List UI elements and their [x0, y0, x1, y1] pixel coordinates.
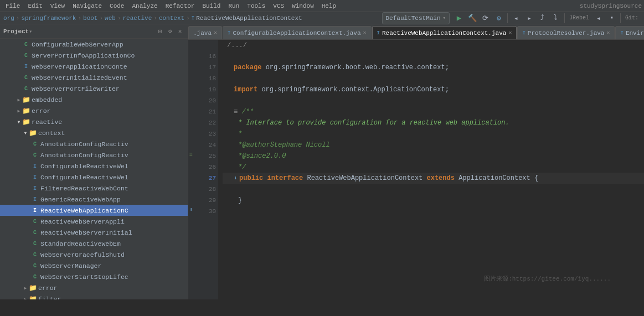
toolbar-separator2	[564, 13, 565, 23]
expand-arrow-error: ▶	[16, 107, 22, 114]
class-c-icon10: C	[31, 251, 39, 258]
tab-protocolresolver-close[interactable]: ✕	[606, 30, 610, 36]
code-line-26: */	[223, 162, 644, 173]
menu-item-refactor[interactable]: Refactor	[162, 2, 198, 10]
menu-item-navigate[interactable]: Navigate	[69, 2, 105, 10]
tree-item-annotationconfigreactive1[interactable]: C AnnotationConfigReactiv	[0, 138, 188, 149]
sidebar-close-icon[interactable]: ✕	[176, 27, 184, 36]
folder-icon-error: 📁	[22, 107, 30, 115]
folder-icon-reactive: 📁	[22, 118, 30, 126]
editor-tabs: .java ✕ I ConfigurableApplicationContext…	[188, 24, 644, 40]
forward-button[interactable]: ▸	[523, 12, 535, 24]
code-line-20	[223, 95, 644, 106]
breadcrumb-item-org[interactable]: org	[3, 15, 14, 22]
menu-item-analyze[interactable]: Analyze	[128, 2, 161, 10]
tree-item-filteredreactivewebcont[interactable]: I FilteredReactiveWebCont	[0, 183, 188, 194]
breadcrumb-item-web[interactable]: web	[105, 15, 116, 22]
menu-item-build[interactable]: Build	[199, 2, 224, 10]
tree-item-webservergracefulshutd[interactable]: C WebServerGracefulShutd	[0, 249, 188, 260]
tree-item-webserverstartstoplifec[interactable]: C WebServerStartStopLifec	[0, 271, 188, 282]
tab-reactivewebapplicationcontext[interactable]: I ReactiveWebApplicationContext.java ✕	[372, 26, 517, 39]
tab-reactivewebapplicationcontext-close[interactable]: ✕	[508, 30, 512, 36]
folder-icon-error-sub: 📁	[29, 284, 37, 292]
tab-java-close[interactable]: ✕	[214, 30, 217, 36]
tree-item-reactivewebserverinitial[interactable]: C ReactiveWebServerInitial	[0, 227, 188, 238]
interface-tab-icon4: I	[620, 30, 623, 36]
sidebar-collapse-icon[interactable]: ⊟	[156, 27, 164, 36]
tree-item-error-sub[interactable]: ▶ 📁 error	[0, 282, 188, 293]
breadcrumb-item-boot[interactable]: boot	[83, 15, 97, 22]
code-editor[interactable]: /.../ package org.springframework.boot.w…	[218, 40, 644, 299]
menu-item-window[interactable]: Window	[288, 2, 317, 10]
run-button[interactable]: ▶	[453, 12, 465, 24]
menu-item-edit[interactable]: Edit	[24, 2, 45, 10]
navigate-button[interactable]: ⤴	[537, 12, 549, 24]
tree-item-configurablereactivewel2[interactable]: I ConfigurableReactiveWel	[0, 172, 188, 183]
sidebar-title: Project	[3, 28, 29, 35]
class-c-icon4: C	[22, 85, 30, 92]
tree-item-filter[interactable]: ▶ 📁 filter	[0, 293, 188, 299]
code-line-16	[223, 51, 644, 62]
menu-item-file[interactable]: File	[2, 2, 23, 10]
run-configuration-selector[interactable]: DefaultTestMain ▾	[382, 12, 450, 24]
tab-environment-label: Environmen	[626, 30, 644, 37]
tree-item-webserverportfilewriter[interactable]: C WebServerPortFileWriter	[0, 83, 188, 94]
tree-item-genericreactivewebapp[interactable]: I GenericReactiveWebApp	[0, 194, 188, 205]
class-c-icon5: C	[31, 140, 39, 148]
jrebel-btn[interactable]: ◂	[593, 12, 605, 24]
tab-java[interactable]: .java ✕	[188, 26, 222, 39]
interface-i-icon6: I	[31, 206, 39, 214]
tree-item-standardreactiveweb[interactable]: C StandardReactiveWebEm	[0, 238, 188, 249]
build-button[interactable]: 🔨	[466, 12, 478, 24]
breadcrumb-item-context[interactable]: context	[159, 15, 184, 22]
interface-tab-icon1: I	[228, 30, 230, 36]
tab-configurableapplicationcontext[interactable]: I ConfigurableApplicationContext.java ✕	[223, 26, 371, 39]
code-view: ≡ ⬇ 16 17 18 19 20 21 22 23 24 25 26	[188, 40, 644, 299]
code-line-28	[223, 184, 644, 195]
bookmark-button[interactable]: ⤵	[550, 12, 562, 24]
expand-arrow-error-sub: ▶	[22, 284, 29, 291]
project-sidebar: Project ▾ ⊟ ⚙ ✕ C ConfigurableWebServerA…	[0, 24, 188, 299]
tree-item-error[interactable]: ▶ 📁 error	[0, 105, 188, 116]
tree-item-reactive[interactable]: ▼ 📁 reactive	[0, 116, 188, 127]
code-line-30	[223, 206, 644, 217]
tree-item-reactivewebapplicationc[interactable]: I ReactiveWebApplicationC	[0, 205, 188, 216]
tree-item-annotationconfigreactive2[interactable]: C AnnotationConfigReactiv	[0, 149, 188, 160]
class-c-icon2: C	[22, 51, 30, 59]
code-line-17: package org.springframework.boot.web.rea…	[223, 62, 644, 73]
tree-item-webserverapplicationcontext[interactable]: I WebServerApplicationConte	[0, 61, 188, 72]
watermark: 图片来源:https://gitee.com/iyq......	[484, 274, 611, 283]
tree-item-webservermanager[interactable]: C WebServerManager	[0, 260, 188, 271]
sidebar-settings-icon[interactable]: ⚙	[166, 27, 174, 36]
breadcrumb-item-springframework[interactable]: springframework	[21, 15, 76, 22]
menu-item-code[interactable]: Code	[106, 2, 127, 10]
editor-area: .java ✕ I ConfigurableApplicationContext…	[188, 24, 644, 299]
tree-item-embedded[interactable]: ▶ 📁 embedded	[0, 94, 188, 105]
menu-item-run[interactable]: Run	[225, 2, 243, 10]
sidebar-actions: ⊟ ⚙ ✕	[156, 27, 184, 36]
menu-item-tools[interactable]: Tools	[244, 2, 269, 10]
menu-item-vcs[interactable]: VCS	[270, 2, 287, 10]
tree-item-configurablewebserverapp[interactable]: C ConfigurableWebServerApp	[0, 39, 188, 50]
tree-item-reactivewebserverappli[interactable]: C ReactiveWebServerAppli	[0, 216, 188, 227]
code-line-22: * Interface to provide configuration for…	[223, 117, 644, 128]
debug-button[interactable]: ⚙	[493, 12, 505, 24]
breadcrumb-item-reactive[interactable]: reactive	[123, 15, 152, 22]
tab-environment[interactable]: I Environmen	[615, 26, 644, 39]
back-button[interactable]: ◂	[510, 12, 522, 24]
tree-item-serverportinfo[interactable]: C ServerPortInfoApplicationCo	[0, 50, 188, 61]
jrebel-btn2[interactable]: ▪	[606, 12, 618, 24]
tree-item-context[interactable]: ▼ 📁 context	[0, 127, 188, 138]
app-title: studySpringSource	[580, 3, 642, 9]
tab-protocolresolver[interactable]: I ProtocolResolver.java ✕	[517, 26, 615, 39]
breadcrumb-item-class: I ReactiveWebApplicationContext	[192, 15, 302, 22]
menu-item-view[interactable]: View	[47, 2, 68, 10]
tree-item-webserverinitializedevent[interactable]: C WebServerInitializedEvent	[0, 72, 188, 83]
tab-configurableapplicationcontext-close[interactable]: ✕	[363, 30, 367, 36]
gutter-arrow: ⬇	[189, 206, 193, 214]
menu-item-help[interactable]: Help	[318, 2, 339, 10]
tree-item-configurablereactivewel1[interactable]: I ConfigurableReactiveWel	[0, 160, 188, 172]
class-c-icon6: C	[31, 151, 39, 159]
expand-arrow-embedded: ▶	[16, 96, 22, 103]
reload-button[interactable]: ⟳	[480, 12, 492, 24]
